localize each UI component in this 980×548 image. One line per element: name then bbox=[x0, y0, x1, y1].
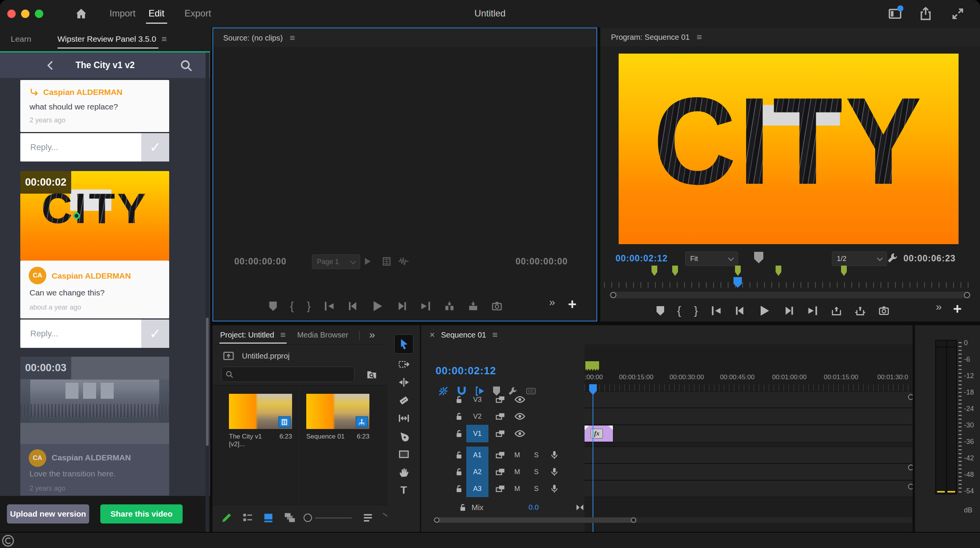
source-patch-icon[interactable] bbox=[495, 467, 505, 477]
wipster-scrollbar-thumb[interactable] bbox=[206, 318, 209, 446]
track-output-eye-icon[interactable] bbox=[514, 394, 525, 405]
reply-submit-button[interactable]: ✓ bbox=[141, 133, 169, 161]
reply-input[interactable] bbox=[20, 320, 141, 348]
track-lane-a1[interactable] bbox=[585, 447, 913, 463]
scrollbar-handle-left[interactable] bbox=[610, 292, 616, 298]
tool-track-select[interactable] bbox=[387, 355, 420, 373]
step-forward-icon[interactable] bbox=[784, 305, 794, 316]
track-header-v1[interactable]: V1 bbox=[421, 425, 585, 442]
more-controls-icon[interactable]: » bbox=[549, 296, 555, 308]
add-marker-icon[interactable] bbox=[657, 306, 664, 316]
tab-media-browser[interactable]: Media Browser bbox=[297, 331, 348, 339]
go-to-out-icon[interactable] bbox=[807, 305, 818, 316]
mute-button[interactable]: M bbox=[511, 451, 523, 459]
reply-submit-button[interactable]: ✓ bbox=[141, 320, 169, 348]
scrollbar-handle-right[interactable] bbox=[964, 292, 970, 298]
track-name[interactable]: V2 bbox=[466, 408, 488, 425]
track-name[interactable]: V3 bbox=[466, 391, 488, 408]
timeline-track-area[interactable]: :00:00 00:00:15:00 00:00:30:00 00:00:45:… bbox=[585, 344, 913, 532]
fullscreen-icon[interactable] bbox=[952, 8, 964, 20]
track-header-v3[interactable]: V3 bbox=[421, 391, 585, 408]
play-icon[interactable] bbox=[758, 305, 771, 317]
step-back-icon[interactable] bbox=[735, 305, 745, 316]
track-header-a2[interactable]: A2 M S bbox=[421, 463, 585, 480]
project-item-clip[interactable]: The City v1 [v2]...6:23 bbox=[229, 394, 292, 448]
playback-resolution-dropdown[interactable]: 1/2 bbox=[832, 251, 887, 266]
marker-cluster[interactable] bbox=[585, 361, 599, 372]
lock-icon[interactable] bbox=[455, 451, 463, 459]
solo-button[interactable]: S bbox=[531, 468, 542, 476]
program-panel-title[interactable]: Program: Sequence 01 bbox=[611, 33, 690, 42]
hscroll-handle-right[interactable] bbox=[631, 517, 636, 523]
vscroll-handle[interactable] bbox=[908, 465, 913, 470]
search-input[interactable] bbox=[237, 370, 350, 379]
track-lane-v1[interactable] bbox=[585, 425, 913, 442]
item-name[interactable]: Sequence 01 bbox=[306, 433, 345, 440]
project-file-name[interactable]: Untitled.prproj bbox=[242, 352, 290, 360]
track-lane-a2[interactable] bbox=[585, 463, 913, 480]
lock-icon[interactable] bbox=[459, 503, 467, 512]
track-name[interactable]: A3 bbox=[466, 480, 488, 497]
timeline-hscrollbar[interactable] bbox=[433, 517, 913, 523]
vscroll-handle[interactable] bbox=[908, 484, 913, 489]
go-to-in-icon[interactable] bbox=[324, 301, 335, 312]
play-icon[interactable] bbox=[371, 300, 384, 312]
sort-icon[interactable] bbox=[363, 512, 373, 523]
extract-icon[interactable] bbox=[855, 305, 866, 316]
list-view-icon[interactable] bbox=[242, 512, 253, 523]
track-lane-v3[interactable] bbox=[585, 391, 913, 408]
comment-2-thumbnail[interactable]: CITY 00:00:02 bbox=[20, 171, 169, 261]
button-editor-icon[interactable]: + bbox=[953, 303, 962, 315]
voiceover-mic-icon[interactable] bbox=[550, 484, 559, 494]
solo-button[interactable]: S bbox=[531, 451, 542, 459]
program-current-timecode[interactable]: 00:00:02:12 bbox=[616, 253, 668, 264]
lock-icon[interactable] bbox=[455, 395, 463, 404]
track-output-eye-icon[interactable] bbox=[514, 411, 525, 422]
track-name[interactable]: A2 bbox=[466, 463, 488, 480]
track-name[interactable]: V1 bbox=[466, 425, 488, 442]
upload-new-version-button[interactable]: Upload new version bbox=[7, 504, 89, 524]
lock-icon[interactable] bbox=[455, 468, 463, 476]
panel-menu-icon[interactable]: ≡ bbox=[290, 33, 295, 43]
hscroll-handle-left[interactable] bbox=[434, 517, 439, 523]
tool-hand[interactable] bbox=[387, 463, 420, 481]
freeform-view-icon[interactable] bbox=[284, 512, 296, 524]
mute-button[interactable]: M bbox=[511, 485, 523, 493]
voiceover-mic-icon[interactable] bbox=[550, 450, 559, 460]
tool-slip[interactable] bbox=[387, 409, 420, 427]
timeline-hscrollbar-thumb[interactable] bbox=[434, 517, 637, 523]
add-marker-icon[interactable] bbox=[269, 302, 277, 311]
solo-button[interactable]: S bbox=[531, 485, 542, 493]
lock-icon[interactable] bbox=[455, 429, 463, 438]
track-lane-a3[interactable] bbox=[585, 480, 913, 497]
program-zoom-scrollbar[interactable] bbox=[609, 292, 971, 298]
tab-learn[interactable]: Learn bbox=[11, 28, 31, 51]
comment-card-1[interactable]: Caspian ALDERMAN what should we replace?… bbox=[20, 80, 169, 132]
track-header-mix[interactable]: Mix 0.0 bbox=[421, 498, 585, 517]
button-editor-icon[interactable]: + bbox=[568, 298, 577, 310]
tool-ripple-edit[interactable] bbox=[387, 373, 420, 391]
go-to-out-icon[interactable] bbox=[420, 301, 431, 312]
source-panel-title[interactable]: Source: (no clips) bbox=[223, 34, 283, 42]
panel-menu-icon[interactable]: ≡ bbox=[280, 329, 286, 340]
more-tabs-icon[interactable]: » bbox=[369, 329, 375, 341]
panel-menu-icon[interactable]: ≡ bbox=[697, 32, 702, 42]
track-lane-v2[interactable] bbox=[585, 408, 913, 425]
page-select-dropdown[interactable]: Page 1 bbox=[312, 254, 360, 269]
lift-icon[interactable] bbox=[831, 305, 842, 316]
share-this-video-button[interactable]: Share this video bbox=[100, 504, 183, 524]
source-patch-icon[interactable] bbox=[495, 450, 505, 460]
lock-icon[interactable] bbox=[455, 412, 463, 421]
insert-icon[interactable] bbox=[444, 301, 455, 312]
mark-in-icon[interactable]: { bbox=[290, 301, 294, 312]
icon-view-icon[interactable] bbox=[263, 512, 274, 523]
tool-pen[interactable] bbox=[387, 427, 420, 445]
tab-project[interactable]: Project: Untitled bbox=[220, 331, 274, 339]
close-tab-icon[interactable]: × bbox=[430, 329, 435, 340]
wipster-scrollbar-track[interactable] bbox=[206, 52, 209, 532]
fit-select-dropdown[interactable]: Fit bbox=[685, 251, 738, 266]
source-patch-icon[interactable] bbox=[495, 429, 505, 439]
vscroll-handle[interactable] bbox=[908, 394, 913, 400]
search-bin-button[interactable] bbox=[364, 367, 379, 381]
reply-input[interactable] bbox=[20, 133, 141, 161]
